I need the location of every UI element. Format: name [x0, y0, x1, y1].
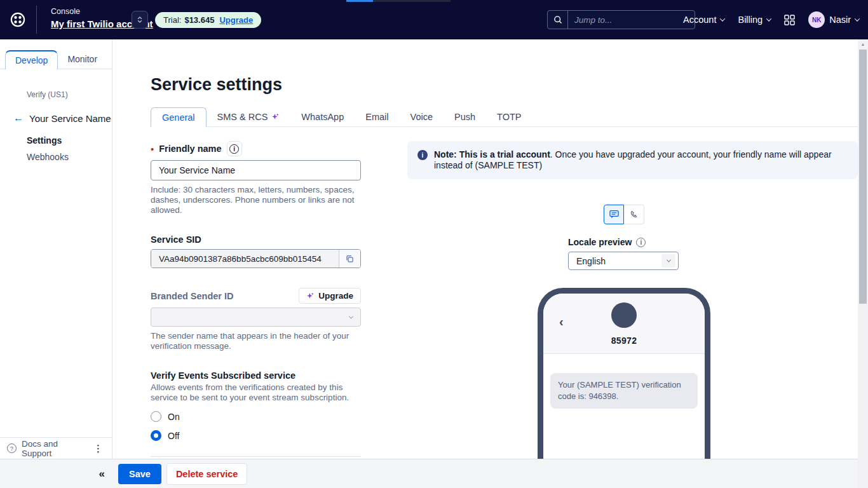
scrollbar-up-arrow[interactable]: ▲ [858, 39, 868, 49]
phone-mockup: ‹ 85972 Your (SAMPLE TEST) verification … [538, 288, 710, 488]
friendly-name-label: Friendly name [159, 144, 221, 154]
user-menu[interactable]: NK Nasir [808, 11, 859, 28]
info-icon[interactable]: i [636, 238, 646, 247]
sidebar-collapse-zone: « [0, 468, 112, 480]
tab-voice[interactable]: Voice [400, 107, 444, 126]
tab-monitor[interactable]: Monitor [58, 50, 107, 69]
trial-amount: $13.645 [184, 15, 214, 25]
twilio-logo-icon[interactable] [7, 9, 29, 30]
sidebar-section-label: Verify (US1) [27, 90, 112, 99]
header-menu: Account Billing NK Nasir [683, 0, 859, 39]
trial-note-banner: i Note: This is a trial account. Once yo… [407, 141, 858, 179]
page-title: Service settings [151, 75, 858, 95]
branded-sender-help: The sender name that appears in the head… [151, 331, 361, 351]
action-footer: « Save Delete service [0, 459, 858, 488]
sender-number: 85972 [543, 336, 705, 346]
trial-balance-badge: Trial: $13.645 Upgrade [155, 12, 261, 28]
chevron-down-icon [720, 16, 725, 21]
tab-sms-rcs[interactable]: SMS & RCS [207, 107, 291, 126]
friendly-name-info-button[interactable]: i [227, 141, 242, 156]
twilio-console-page: Console My first Twilio account Trial: $… [0, 0, 868, 488]
account-switcher-button[interactable] [132, 11, 148, 29]
preview-column: i Note: This is a trial account. Once yo… [361, 141, 858, 488]
settings-form: • Friendly name i Include: 30 characters… [151, 141, 361, 488]
channel-toggle [538, 205, 710, 224]
branded-sender-select[interactable] [151, 308, 361, 327]
verify-events-label: Verify Events Subscribed service [151, 370, 361, 381]
branded-sender-label: Branded Sender ID [151, 291, 234, 301]
docs-and-support[interactable]: ? Docs and Support ⋮ [0, 437, 112, 459]
copy-sid-button[interactable] [339, 250, 360, 268]
service-tabs: General SMS & RCS WhatsApp Email Voice P… [151, 107, 858, 127]
apps-grid-icon[interactable] [784, 15, 795, 25]
sidebar-item-settings[interactable]: Settings [27, 135, 112, 146]
search-icon[interactable] [548, 11, 568, 29]
radio-unchecked[interactable] [151, 411, 161, 422]
info-icon: i [229, 144, 239, 154]
service-sid-field: VAa94b0901387a86bb5acbc609bb015454 [151, 249, 361, 268]
locale-preview-label: Locale preview i [568, 237, 710, 247]
sidebar-back-service[interactable]: ← Your Service Name [13, 112, 112, 124]
sms-message-bubble: Your (SAMPLE TEST) verification code is:… [550, 373, 698, 409]
tab-push[interactable]: Push [444, 107, 486, 126]
delete-service-button[interactable]: Delete service [166, 463, 248, 485]
back-arrow-icon: ← [13, 112, 24, 124]
sender-avatar [611, 302, 637, 328]
top-navbar: Console My first Twilio account Trial: $… [0, 0, 868, 39]
console-label: Console [51, 7, 80, 16]
kebab-menu-icon[interactable]: ⋮ [91, 443, 105, 454]
service-sid-label: Service SID [151, 234, 361, 245]
verify-events-help: Allows events from the verifications cre… [151, 383, 361, 403]
loading-bar-progress [346, 0, 373, 2]
service-sid-value: VAa94b0901387a86bb5acbc609bb015454 [151, 250, 339, 268]
friendly-name-input[interactable] [151, 160, 361, 180]
tab-totp[interactable]: TOTP [486, 107, 532, 126]
phone-icon [629, 210, 639, 220]
tab-develop[interactable]: Develop [5, 50, 58, 69]
account-menu[interactable]: Account [683, 15, 724, 25]
friendly-name-help: Include: 30 characters max, letters, num… [151, 185, 361, 215]
search-input[interactable] [568, 11, 695, 29]
avatar: NK [808, 11, 825, 28]
sms-preview-toggle[interactable] [604, 205, 624, 224]
chevron-down-icon [661, 254, 675, 268]
locale-select[interactable]: English [568, 252, 679, 270]
info-filled-icon: i [417, 150, 428, 160]
phone-header: ‹ 85972 [543, 294, 705, 354]
radio-option-on[interactable]: On [151, 411, 361, 422]
required-marker: • [151, 144, 154, 154]
loading-bar-track [373, 0, 451, 2]
main-content: Service settings General SMS & RCS Whats… [112, 39, 858, 488]
vertical-scrollbar[interactable]: ▲ [858, 39, 868, 488]
branded-sender-upgrade-button[interactable]: Upgrade [299, 288, 361, 304]
tab-email[interactable]: Email [355, 107, 399, 126]
up-down-chevrons-icon [135, 15, 144, 25]
chevron-down-icon [855, 16, 860, 21]
sparkle-icon [306, 292, 315, 300]
sidebar-item-webhooks[interactable]: Webhooks [27, 152, 112, 162]
save-button[interactable]: Save [118, 464, 161, 484]
upgrade-link[interactable]: Upgrade [219, 15, 253, 25]
radio-option-off[interactable]: Off [151, 430, 361, 441]
billing-menu[interactable]: Billing [738, 15, 771, 25]
copy-icon [345, 254, 355, 264]
help-icon: ? [7, 444, 17, 453]
radio-checked[interactable] [151, 430, 161, 441]
sidebar-tabs: Develop Monitor [0, 39, 112, 69]
chat-bubble-icon [609, 209, 620, 220]
tab-general[interactable]: General [151, 107, 207, 127]
chevron-down-icon [349, 314, 353, 318]
jump-to-search [547, 10, 695, 29]
voice-preview-toggle[interactable] [624, 205, 644, 224]
back-chevron-icon: ‹ [559, 315, 564, 328]
header-divider [36, 6, 37, 34]
trial-note-text: Note: This is a trial account. Once you … [434, 149, 848, 171]
sidebar: Develop Monitor Verify (US1) ← Your Serv… [0, 39, 112, 488]
user-name: Nasir [829, 15, 851, 25]
sparkle-icon [271, 112, 280, 121]
collapse-sidebar-icon[interactable]: « [99, 468, 105, 480]
trial-label: Trial: [163, 15, 181, 25]
scrollbar-thumb[interactable] [859, 50, 867, 304]
tab-whatsapp[interactable]: WhatsApp [290, 107, 355, 126]
chevron-down-icon [766, 16, 771, 21]
